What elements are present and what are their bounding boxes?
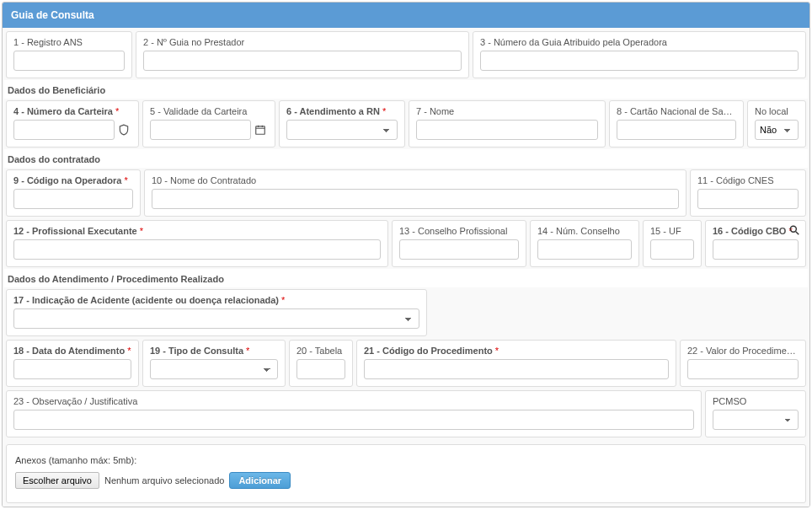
input-conselho[interactable] (399, 239, 519, 260)
field-observacao: 23 - Observação / Justificativa (6, 390, 702, 437)
field-atendimento-rn: 6 - Atendimento a RN * (279, 100, 405, 148)
input-codigo-cbo[interactable] (713, 239, 799, 260)
row-acidente: 17 - Indicação de Acidente (acidente ou … (4, 287, 808, 338)
label-uf: 15 - UF (650, 226, 694, 236)
label-observacao: 23 - Observação / Justificativa (13, 396, 694, 406)
field-registro-ans: 1 - Registro ANS (6, 31, 132, 78)
label-guia-operadora: 3 - Número da Guia Atribuido pela Operad… (480, 37, 799, 47)
field-uf: 15 - UF (643, 220, 702, 267)
field-data-atendimento: 18 - Data do Atendimento * (6, 340, 139, 387)
field-indicacao-acidente: 17 - Indicação de Acidente (acidente ou … (6, 289, 427, 336)
field-conselho: 13 - Conselho Profissional (392, 220, 526, 267)
calendar-icon[interactable] (253, 121, 268, 139)
input-numero-carteira[interactable] (13, 120, 115, 140)
row-contratado-1: 9 - Código na Operadora * 10 - Nome do C… (4, 168, 808, 218)
field-numero-carteira: 4 - Número da Carteira * (6, 100, 139, 148)
select-no-local[interactable]: Não (755, 120, 799, 140)
input-nome[interactable] (416, 120, 598, 140)
section-contratado: Dados do contratado (4, 149, 808, 168)
label-codigo-operadora: 9 - Código na Operadora * (13, 175, 133, 185)
label-numero-carteira: 4 - Número da Carteira * (13, 106, 131, 116)
label-data-atendimento: 18 - Data do Atendimento * (13, 346, 131, 356)
label-codigo-procedimento: 21 - Código do Procedimento * (364, 346, 669, 356)
file-status: Nenhum arquivo selecionado (104, 475, 224, 485)
label-cns: 8 - Cartão Nacional de Saúde (617, 106, 736, 116)
svg-rect-0 (256, 126, 265, 134)
label-tipo-consulta: 19 - Tipo de Consulta * (150, 346, 278, 356)
svg-point-4 (790, 226, 796, 232)
input-num-conselho[interactable] (537, 239, 632, 260)
row-observacao: 23 - Observação / Justificativa PCMSO (4, 389, 808, 439)
label-validade-carteira: 5 - Validade da Carteira (150, 106, 268, 116)
field-profissional: 12 - Profissional Executante * (6, 220, 388, 267)
row-guia: 1 - Registro ANS 2 - Nº Guia no Prestado… (4, 30, 808, 80)
input-registro-ans[interactable] (13, 51, 125, 71)
anexos-title: Anexos (tamanho máx: 5mb): (15, 455, 797, 465)
input-profissional[interactable] (13, 239, 381, 260)
select-atendimento-rn[interactable] (286, 120, 398, 140)
label-num-conselho: 14 - Núm. Conselho (537, 226, 632, 236)
label-codigo-cnes: 11 - Código CNES (697, 175, 799, 185)
select-tipo-consulta[interactable] (150, 359, 278, 379)
input-uf[interactable] (650, 239, 694, 260)
label-atendimento-rn: 6 - Atendimento a RN * (286, 106, 398, 116)
field-guia-operadora: 3 - Número da Guia Atribuido pela Operad… (473, 31, 806, 78)
panel-guia-consulta: Guia de Consulta 1 - Registro ANS 2 - Nº… (2, 2, 810, 507)
input-nome-contratado[interactable] (152, 189, 679, 209)
field-codigo-procedimento: 21 - Código do Procedimento * (356, 340, 676, 387)
search-icon[interactable] (788, 224, 800, 238)
input-valor-procedimento[interactable] (687, 359, 799, 379)
input-observacao[interactable] (13, 410, 694, 430)
label-codigo-cbo: 16 - Código CBO * (713, 226, 799, 236)
panel-title: Guia de Consulta (3, 3, 809, 28)
input-validade-carteira[interactable] (150, 120, 251, 140)
label-tabela: 20 - Tabela (296, 346, 345, 356)
input-data-atendimento[interactable] (13, 359, 131, 379)
input-codigo-operadora[interactable] (13, 189, 133, 209)
input-guia-operadora[interactable] (480, 51, 799, 71)
input-cns[interactable] (617, 120, 736, 140)
field-codigo-cnes: 11 - Código CNES (690, 169, 806, 217)
field-codigo-operadora: 9 - Código na Operadora * (6, 169, 141, 217)
field-codigo-cbo: 16 - Código CBO * (705, 220, 806, 267)
input-guia-prestador[interactable] (143, 51, 462, 71)
field-guia-prestador: 2 - Nº Guia no Prestador (136, 31, 469, 78)
field-num-conselho: 14 - Núm. Conselho (530, 220, 639, 267)
label-no-local: No local (755, 106, 799, 116)
label-guia-prestador: 2 - Nº Guia no Prestador (143, 37, 462, 47)
file-row: Escolher arquivo Nenhum arquivo selecion… (15, 472, 797, 489)
label-indicacao-acidente: 17 - Indicação de Acidente (acidente ou … (13, 295, 419, 305)
label-pcmso: PCMSO (713, 396, 799, 406)
row-beneficiario: 4 - Número da Carteira * 5 - Validade da… (4, 99, 808, 149)
panel-body: 1 - Registro ANS 2 - Nº Guia no Prestado… (3, 28, 809, 507)
field-pcmso: PCMSO (705, 390, 806, 437)
choose-file-button[interactable]: Escolher arquivo (15, 472, 99, 489)
label-profissional: 12 - Profissional Executante * (13, 226, 381, 236)
row-atendimento: 18 - Data do Atendimento * 19 - Tipo de … (4, 338, 808, 389)
add-button[interactable]: Adicionar (229, 472, 291, 489)
svg-line-5 (796, 232, 799, 235)
input-tabela[interactable] (296, 359, 345, 379)
field-nome-contratado: 10 - Nome do Contratado (144, 169, 686, 217)
field-valor-procedimento: 22 - Valor do Procedimento (680, 340, 806, 387)
select-pcmso[interactable] (713, 410, 799, 430)
section-beneficiario: Dados do Beneficiário (4, 80, 808, 99)
field-nome: 7 - Nome (409, 100, 606, 148)
field-validade-carteira: 5 - Validade da Carteira (142, 100, 275, 148)
field-cns: 8 - Cartão Nacional de Saúde (609, 100, 744, 148)
field-tabela: 20 - Tabela (289, 340, 353, 387)
label-conselho: 13 - Conselho Profissional (399, 226, 519, 236)
label-nome-contratado: 10 - Nome do Contratado (152, 175, 679, 185)
label-nome: 7 - Nome (416, 106, 598, 116)
row-contratado-2: 12 - Profissional Executante * 13 - Cons… (4, 218, 808, 269)
input-codigo-procedimento[interactable] (364, 359, 669, 379)
anexos-section: Anexos (tamanho máx: 5mb): Escolher arqu… (6, 444, 806, 503)
section-atendimento: Dados do Atendimento / Procedimento Real… (4, 269, 808, 287)
shield-icon[interactable] (116, 121, 131, 139)
select-indicacao-acidente[interactable] (13, 308, 419, 329)
field-no-local: No local Não (747, 100, 806, 148)
field-tipo-consulta: 19 - Tipo de Consulta * (142, 340, 286, 387)
label-valor-procedimento: 22 - Valor do Procedimento (687, 346, 799, 356)
input-codigo-cnes[interactable] (697, 189, 799, 209)
label-registro-ans: 1 - Registro ANS (13, 37, 125, 47)
